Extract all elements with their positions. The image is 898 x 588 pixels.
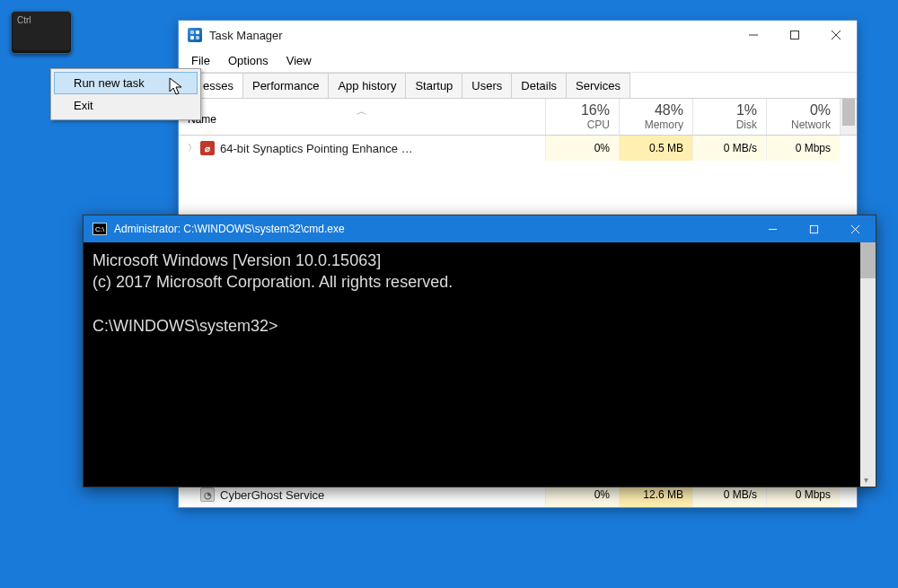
sort-caret-icon: ︿ bbox=[357, 104, 367, 119]
cmd-minimize-button[interactable] bbox=[752, 216, 793, 241]
disk-usage-percent: 1% bbox=[702, 102, 757, 118]
cmd-maximize-button[interactable] bbox=[793, 216, 834, 241]
column-name[interactable]: ︿ Name bbox=[179, 99, 545, 135]
cpu-cell: 0% bbox=[545, 136, 619, 161]
cmd-output[interactable]: Microsoft Windows [Version 10.0.15063] (… bbox=[84, 242, 860, 487]
memory-usage-percent: 48% bbox=[629, 102, 683, 118]
menu-file[interactable]: File bbox=[182, 51, 219, 70]
cmd-window: C:\ Administrator: C:\WINDOWS\system32\c… bbox=[83, 215, 876, 487]
tab-startup[interactable]: Startup bbox=[405, 73, 462, 98]
disk-label: Disk bbox=[702, 118, 757, 131]
cmd-close-button[interactable] bbox=[834, 216, 876, 241]
svg-rect-1 bbox=[791, 31, 799, 39]
vertical-scrollbar[interactable] bbox=[840, 99, 857, 135]
minimize-button[interactable] bbox=[733, 22, 774, 48]
ctrl-key: Ctrl bbox=[11, 11, 72, 54]
cmd-icon: C:\ bbox=[92, 223, 107, 235]
menu-options[interactable]: Options bbox=[219, 51, 277, 70]
memory-label: Memory bbox=[629, 118, 683, 131]
menu-exit[interactable]: Exit bbox=[54, 94, 198, 117]
cpu-usage-percent: 16% bbox=[555, 102, 610, 118]
tab-details[interactable]: Details bbox=[511, 73, 567, 98]
cpu-label: CPU bbox=[555, 118, 610, 131]
column-headers: ︿ Name 16% CPU 48% Memory 1% Disk 0% Net… bbox=[179, 99, 857, 136]
expand-icon[interactable]: 〉 bbox=[188, 142, 200, 154]
tab-services[interactable]: Services bbox=[566, 73, 630, 98]
menu-view[interactable]: View bbox=[277, 51, 321, 70]
tab-performance[interactable]: Performance bbox=[242, 73, 329, 98]
cmd-title: Administrator: C:\WINDOWS\system32\cmd.e… bbox=[114, 223, 752, 235]
network-cell: 0 Mbps bbox=[766, 136, 840, 161]
task-manager-titlebar[interactable]: Task Manager bbox=[179, 21, 857, 49]
svg-rect-5 bbox=[810, 225, 817, 233]
cmd-scrollbar[interactable] bbox=[860, 242, 876, 487]
column-memory[interactable]: 48% Memory bbox=[619, 99, 692, 135]
process-name: 64-bit Synaptics Pointing Enhance … bbox=[220, 142, 413, 155]
close-button[interactable] bbox=[815, 22, 857, 48]
task-manager-menubar: File Options View bbox=[179, 49, 857, 73]
synaptics-icon: ⌀ bbox=[200, 141, 215, 155]
column-disk[interactable]: 1% Disk bbox=[692, 99, 766, 135]
disk-cell: 0 MB/s bbox=[692, 136, 766, 161]
task-manager-icon bbox=[188, 28, 202, 42]
cmd-titlebar[interactable]: C:\ Administrator: C:\WINDOWS\system32\c… bbox=[84, 215, 876, 242]
memory-cell: 0.5 MB bbox=[619, 136, 692, 161]
column-network[interactable]: 0% Network bbox=[766, 99, 840, 135]
task-manager-tabs: esses Performance App history Startup Us… bbox=[179, 73, 857, 99]
cyberghost-service-icon: ◔ bbox=[200, 487, 215, 502]
tab-app-history[interactable]: App history bbox=[328, 73, 406, 98]
network-usage-percent: 0% bbox=[776, 102, 831, 118]
process-name: CyberGhost Service bbox=[220, 488, 324, 502]
column-cpu[interactable]: 16% CPU bbox=[545, 99, 619, 135]
mouse-cursor-icon bbox=[169, 77, 185, 97]
maximize-button[interactable] bbox=[774, 22, 815, 48]
cmd-scroll-thumb[interactable] bbox=[860, 242, 876, 278]
tab-users[interactable]: Users bbox=[462, 73, 512, 98]
network-label: Network bbox=[776, 118, 831, 131]
scroll-thumb[interactable] bbox=[842, 99, 855, 126]
table-row[interactable]: 〉 ⌀ 64-bit Synaptics Pointing Enhance … … bbox=[179, 136, 857, 161]
task-manager-title: Task Manager bbox=[209, 29, 733, 42]
